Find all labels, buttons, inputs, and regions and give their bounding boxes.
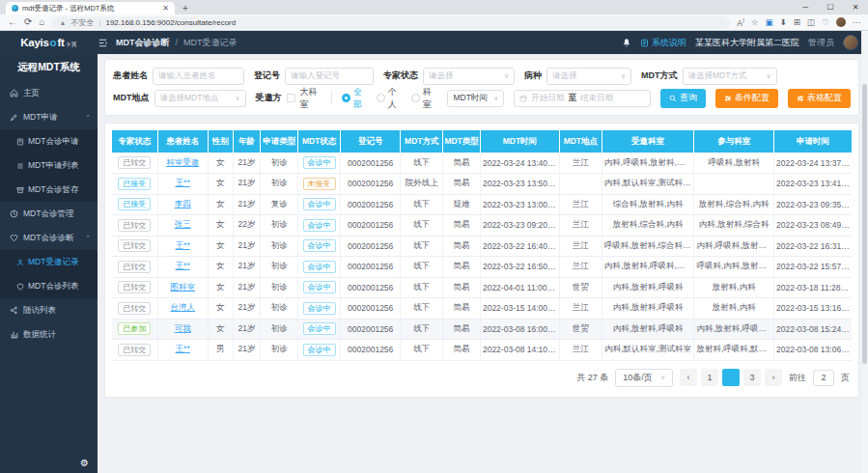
column-header: 性别 — [208, 130, 233, 153]
patient-name-link[interactable]: 王** — [176, 178, 190, 187]
patient-name-link[interactable]: 王** — [176, 240, 190, 250]
patient-name-link[interactable]: 张三 — [175, 219, 191, 229]
table-row: 已转交王**男21岁初诊会诊中0002001256线下简易2022-03-08 … — [112, 340, 852, 361]
read-aloud-icon[interactable]: A) — [737, 17, 744, 28]
apply-type-cell: 复诊 — [261, 194, 298, 215]
app-header: Kayisoft 卡翼 MDT会诊诊断 / MDT受邀记录 系统说明 某某医科大… — [0, 31, 868, 54]
patient-name-input[interactable]: 请输入患者姓名 — [153, 68, 244, 85]
button-label: 条件配置 — [735, 92, 770, 104]
chevron-down-icon: ∨ — [660, 374, 665, 381]
system-help-link[interactable]: 系统说明 — [640, 37, 686, 49]
sidebar-item-mdt-invite-record[interactable]: MDT受邀记录 — [0, 250, 98, 274]
browser-menu-icon[interactable]: ⋯ — [853, 17, 861, 27]
search-button[interactable]: 查询 — [660, 89, 706, 108]
patient-name-link-cell: 科室受邀 — [157, 153, 208, 174]
collapse-sidebar-icon[interactable] — [98, 37, 108, 47]
settings-gear-icon[interactable]: ⚙ — [80, 458, 89, 468]
table-row: 已接受李四女21岁复诊会诊中0002001256线下疑难2022-03-23 1… — [112, 194, 852, 215]
browser-profile-avatar[interactable] — [836, 17, 846, 27]
patient-name-link[interactable]: 图科室 — [170, 282, 195, 292]
breadcrumb-parent[interactable]: MDT会诊诊断 — [116, 37, 170, 49]
expert-status-badge-cell: 已转交 — [112, 153, 157, 174]
browser-essentials-icon[interactable]: ♡ — [822, 17, 829, 27]
expert-status-badge-cell: 已转交 — [112, 215, 157, 236]
scrollbar-thumb[interactable] — [862, 84, 867, 364]
date-range-picker[interactable]: 开始日期 至 结束日期 — [514, 90, 651, 107]
window-minimize-button[interactable]: ─ — [793, 0, 818, 14]
goto-page-input[interactable]: 2 — [813, 370, 834, 386]
mdt-mode-select[interactable]: 请选择MDT方式∨ — [683, 68, 777, 85]
expert-status-badge-cell: 已转交 — [112, 298, 157, 320]
archive-icon — [16, 186, 24, 194]
home-icon[interactable]: ⌂ — [39, 17, 44, 27]
split-screen-icon[interactable]: ◫ — [807, 17, 815, 27]
hospital-name: 某某医科大学附属第二医院 — [695, 37, 799, 49]
refresh-icon[interactable]: ⟳ — [24, 17, 32, 27]
invited-depts-cell: 放射科,综合科,内科 — [602, 215, 694, 236]
mdt-place-cell: 兰江 — [559, 215, 602, 236]
mdt-place-cell: 兰江 — [559, 153, 602, 174]
sidebar-item-home[interactable]: 主页 — [0, 81, 98, 105]
address-bar[interactable]: ▲ 不安全 | 192.168.0.156:9002/consultate/re… — [51, 16, 730, 29]
mdt-place-select[interactable]: 请选择MDT地点∨ — [154, 90, 246, 107]
patient-name-link[interactable]: 王** — [176, 344, 190, 353]
tab-close-icon[interactable]: ✕ — [162, 4, 169, 13]
sidebar-group-mdt-apply[interactable]: MDT申请 ⌃ — [0, 105, 98, 129]
invitee-radio-dept[interactable]: 科室 — [411, 86, 438, 111]
joined-depts-cell: 内科,放射科,呼吸科,测试科室 — [694, 319, 774, 340]
table-row: 已接受王**女21岁初诊未接受0002001256院外线上简易2022-03-2… — [112, 174, 852, 195]
radio-icon — [342, 94, 350, 102]
expert-status-badge: 已参加 — [118, 322, 151, 335]
sidebar-item-mdt-consult-list[interactable]: MDT会诊列表 — [0, 274, 98, 298]
patient-name-link[interactable]: 李四 — [175, 199, 191, 209]
next-page-button[interactable]: › — [765, 369, 782, 386]
new-tab-button[interactable]: + — [182, 2, 188, 14]
user-avatar[interactable] — [843, 35, 858, 50]
patient-name-link[interactable]: 可我 — [175, 323, 191, 333]
column-header: 年龄 — [233, 130, 261, 153]
patient-name-link[interactable]: 王** — [176, 261, 190, 270]
notification-bell-icon[interactable] — [622, 37, 631, 47]
window-maximize-button[interactable]: ☐ — [818, 0, 843, 14]
sidebar-item-followup-list[interactable]: 随访列表 — [0, 298, 98, 322]
window-close-button[interactable]: ✕ — [843, 0, 868, 14]
breadcrumb-separator: / — [176, 38, 179, 47]
invited-depts-cell: 内科,放射科,呼吸科 — [602, 319, 694, 340]
sidebar-item-statistics[interactable]: 数据统计 — [0, 322, 98, 347]
search-icon — [669, 95, 677, 102]
gender-cell: 女 — [208, 277, 233, 298]
mdt-time-cell: 2022-03-23 13:00:00 — [480, 194, 559, 215]
page-scrollbar[interactable] — [861, 31, 868, 473]
patient-name-link[interactable]: 台湾人 — [170, 302, 195, 312]
collections-icon[interactable]: ▣ — [766, 17, 773, 27]
condition-config-button[interactable]: 条件配置 — [715, 89, 778, 108]
sidebar-group-mdt-diagnose[interactable]: MDT会诊诊断 ⌃ — [0, 226, 98, 250]
prev-page-button[interactable]: ‹ — [680, 369, 697, 386]
disease-select[interactable]: 请选择∨ — [546, 68, 631, 85]
extensions-icon[interactable]: ⊞ — [794, 17, 800, 27]
page-button-3[interactable]: 3 — [743, 369, 761, 386]
downloads-icon[interactable]: ⬇ — [780, 17, 787, 27]
patient-name-link-cell: 台湾人 — [157, 298, 208, 320]
sidebar-item-mdt-consult-apply[interactable]: MDT会诊申请 — [0, 129, 98, 153]
security-warning-icon[interactable]: ▲ — [59, 19, 66, 26]
time-type-select[interactable]: MDT时间∨ — [447, 90, 504, 107]
expert-status-select[interactable]: 请选择∨ — [423, 68, 515, 85]
back-icon[interactable]: ← — [8, 17, 17, 27]
logo-accent: o — [50, 37, 57, 48]
sidebar-item-mdt-manage[interactable]: MDT会诊管理 — [0, 202, 98, 226]
sidebar-item-mdt-consult-draft[interactable]: MDT会诊暂存 — [0, 178, 98, 202]
invitee-radio-personal[interactable]: 个人 — [377, 86, 404, 111]
favorites-icon[interactable]: ☆ — [751, 17, 759, 27]
page-button-1[interactable]: 1 — [701, 369, 718, 386]
browser-tab[interactable]: mdt受邀记录 - 远程MDT系统 ✕ — [6, 2, 175, 14]
mdt-place-cell: 兰江 — [559, 298, 602, 320]
sidebar-item-mdt-apply-list[interactable]: MDT申请列表 — [0, 153, 98, 178]
dept-group-checkbox[interactable] — [287, 94, 295, 102]
page-button-2[interactable]: 2 — [722, 369, 740, 386]
page-size-select[interactable]: 10条/页 ∨ — [615, 369, 673, 387]
patient-name-link[interactable]: 科室受邀 — [166, 157, 199, 167]
table-config-button[interactable]: 表格配置 — [788, 89, 851, 108]
invitee-radio-all[interactable]: 全部 — [342, 86, 369, 111]
reg-no-input[interactable]: 请输入登记号 — [285, 68, 374, 85]
